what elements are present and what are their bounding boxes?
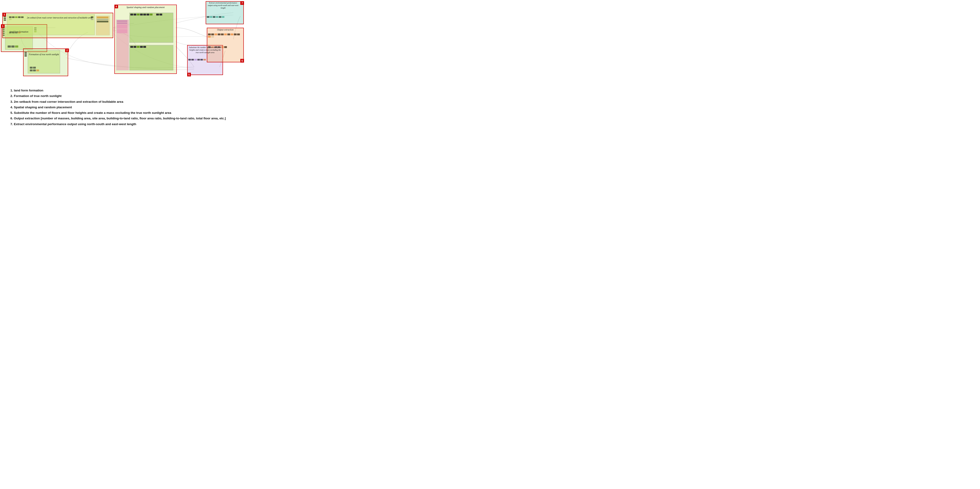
badge-1: 1 bbox=[1, 24, 5, 28]
list-item-7: Extract environmental performance output… bbox=[14, 121, 238, 127]
list-item-3: 2m setback from road corner intersection… bbox=[14, 99, 238, 105]
badge-5: 5 bbox=[187, 73, 191, 76]
badge-7: 7 bbox=[240, 1, 244, 5]
list-item-2: Formation of true north sunlight bbox=[14, 93, 238, 99]
group-2 bbox=[23, 49, 68, 76]
list-item-5: Substitute the number of floors and floo… bbox=[14, 110, 238, 116]
group-6 bbox=[207, 28, 244, 62]
list-item-4: Spatial shaping and random placement bbox=[14, 105, 238, 110]
g1-label: land form formation bbox=[5, 30, 33, 33]
g3-label: 2m setback from road corner intersection… bbox=[25, 16, 93, 19]
list-item-6: Output extraction [number of masses, bui… bbox=[14, 116, 238, 121]
g7-label: Extract environmental performance output… bbox=[206, 2, 240, 9]
g6-label: Output extraction bbox=[208, 28, 243, 31]
badge-3: 3 bbox=[2, 13, 6, 16]
group-4 bbox=[115, 5, 177, 74]
diagram-area: 1 land form formation 2 Formation of tru… bbox=[0, 0, 245, 83]
g2-label: Formation of true north sunlight bbox=[28, 53, 60, 56]
badge-2: 2 bbox=[65, 49, 69, 52]
badge-6: 6 bbox=[240, 59, 244, 63]
g5-label: Substitute the number of floors and floo… bbox=[188, 46, 222, 54]
list-item-1: land form formation bbox=[14, 88, 238, 93]
badge-4: 4 bbox=[115, 5, 118, 8]
list-section: land form formation Formation of true no… bbox=[0, 83, 245, 132]
g4-label: Spatial shaping and random placement bbox=[125, 6, 166, 9]
numbered-list: land form formation Formation of true no… bbox=[7, 88, 238, 127]
